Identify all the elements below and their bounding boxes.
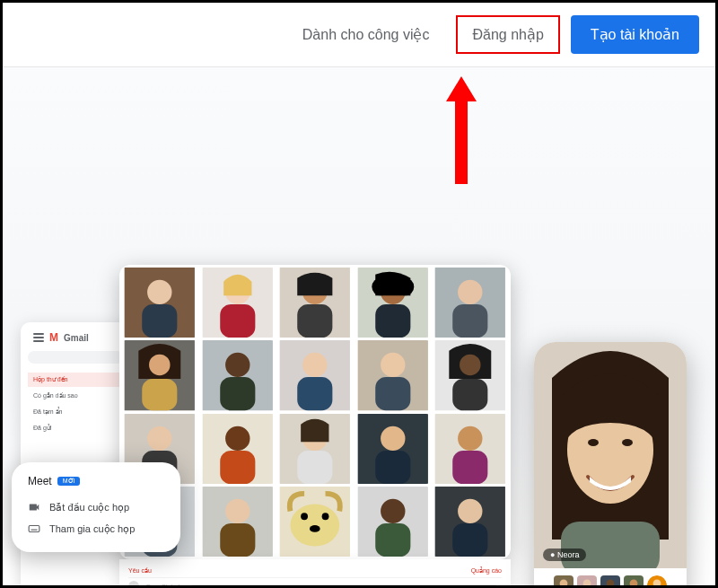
annotation-arrow-icon xyxy=(446,76,477,184)
phone-main-video: ● Neora xyxy=(534,342,687,568)
thumbnail xyxy=(600,575,620,588)
participant-tile xyxy=(355,340,431,410)
svg-point-18 xyxy=(458,280,482,304)
svg-rect-42 xyxy=(220,451,255,484)
svg-rect-1 xyxy=(29,526,39,532)
svg-point-50 xyxy=(458,426,482,450)
svg-point-80 xyxy=(607,579,615,587)
sign-in-link[interactable]: Đăng nhập xyxy=(456,15,559,54)
svg-rect-5 xyxy=(142,304,177,338)
svg-rect-29 xyxy=(297,377,332,410)
keyboard-icon xyxy=(28,522,40,535)
hero-illustration: M Gmail Hộp thư đến Có gắn dấu sao Đã tạ… xyxy=(3,67,715,585)
svg-rect-74 xyxy=(561,522,660,568)
svg-point-25 xyxy=(225,353,250,377)
svg-point-68 xyxy=(458,498,482,522)
participant-tile xyxy=(277,268,353,338)
camera-icon xyxy=(28,501,40,513)
svg-rect-51 xyxy=(453,451,488,484)
participant-tile xyxy=(122,340,197,410)
svg-point-15 xyxy=(397,278,415,296)
inbox-row: Dora Stobel xyxy=(128,578,502,588)
svg-rect-69 xyxy=(453,523,488,557)
svg-point-82 xyxy=(630,579,638,587)
svg-rect-45 xyxy=(297,451,332,484)
svg-point-72 xyxy=(588,439,599,446)
top-navigation: Dành cho công việc Đăng nhập Tạo tài kho… xyxy=(3,3,715,67)
svg-point-73 xyxy=(622,439,633,446)
participant-tile xyxy=(433,268,508,338)
svg-point-61 xyxy=(301,513,308,520)
create-account-button[interactable]: Tạo tài khoản xyxy=(571,15,699,54)
svg-rect-19 xyxy=(453,304,488,338)
participant-tile xyxy=(200,268,276,338)
svg-rect-32 xyxy=(375,377,410,410)
meet-popover: Meet MỚI Bắt đầu cuộc họp Tham gia cuộc … xyxy=(12,462,180,552)
participant-tile xyxy=(122,268,197,338)
participant-tile xyxy=(433,414,508,484)
participant-tile xyxy=(277,340,353,410)
menu-icon xyxy=(33,333,44,342)
svg-point-31 xyxy=(381,353,405,377)
caller-name-chip: ● Neora xyxy=(543,549,586,561)
svg-marker-0 xyxy=(446,76,477,184)
for-work-link[interactable]: Dành cho công việc xyxy=(286,15,446,54)
svg-point-22 xyxy=(149,355,170,375)
svg-rect-36 xyxy=(453,379,488,410)
svg-rect-58 xyxy=(220,523,255,557)
svg-point-35 xyxy=(460,355,480,375)
participant-tile xyxy=(355,487,431,557)
svg-point-63 xyxy=(310,525,320,532)
join-meeting-label: Tham gia cuộc họp xyxy=(49,523,135,535)
gmail-brand: Gmail xyxy=(64,333,89,343)
participant-tile xyxy=(200,414,276,484)
start-meeting-row[interactable]: Bắt đầu cuộc họp xyxy=(28,496,164,518)
gmail-m-icon: M xyxy=(49,331,58,344)
start-meeting-label: Bắt đầu cuộc họp xyxy=(49,502,129,513)
participant-tile xyxy=(200,487,276,557)
phone-mockup: ● Neora 9 người khác xyxy=(534,342,687,588)
svg-rect-23 xyxy=(142,379,177,410)
thumbnail xyxy=(577,575,597,588)
svg-point-57 xyxy=(225,498,250,522)
svg-rect-48 xyxy=(375,451,410,484)
join-meeting-row[interactable]: Tham gia cuộc họp xyxy=(28,518,164,540)
svg-point-62 xyxy=(322,513,329,520)
svg-rect-11 xyxy=(297,304,332,338)
search-pill xyxy=(28,351,124,364)
meet-title: Meet xyxy=(28,475,52,487)
svg-point-76 xyxy=(560,579,568,587)
participant-tile xyxy=(433,340,508,410)
svg-rect-8 xyxy=(220,304,255,338)
svg-point-65 xyxy=(381,498,405,522)
participant-tile xyxy=(355,268,431,338)
thumbnail-more xyxy=(647,575,667,588)
svg-rect-26 xyxy=(220,377,255,410)
svg-point-14 xyxy=(372,278,390,296)
svg-point-41 xyxy=(225,426,250,450)
svg-rect-16 xyxy=(375,304,410,338)
participant-tile xyxy=(433,487,508,557)
participant-tile xyxy=(355,414,431,484)
svg-point-4 xyxy=(147,280,171,304)
svg-point-60 xyxy=(291,504,340,546)
new-badge: MỚI xyxy=(57,477,81,486)
inbox-preview: Yêu cầuQuảng cáo Dora Stobel Tim Greer 💬… xyxy=(119,559,511,588)
svg-point-38 xyxy=(147,426,171,450)
phone-thumbnail-strip xyxy=(534,568,687,588)
svg-point-47 xyxy=(381,426,405,450)
thumbnail xyxy=(624,575,644,588)
svg-rect-2 xyxy=(31,530,38,531)
participant-tile xyxy=(277,414,353,484)
svg-point-84 xyxy=(653,579,661,587)
svg-point-78 xyxy=(583,579,591,587)
svg-point-28 xyxy=(302,353,327,377)
svg-rect-66 xyxy=(375,523,410,557)
participant-tile xyxy=(200,340,276,410)
thumbnail xyxy=(554,575,574,588)
participant-tile xyxy=(277,487,353,557)
